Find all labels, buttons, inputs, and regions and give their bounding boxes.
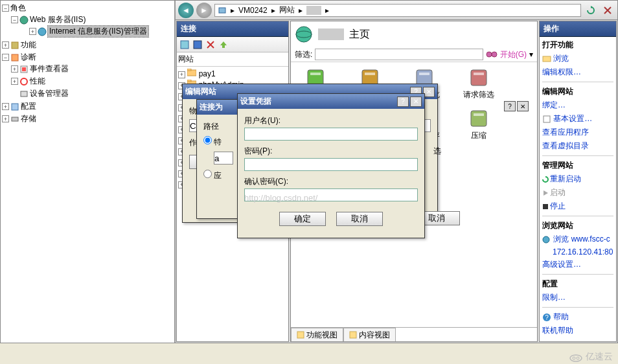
action-view-vdir[interactable]: 查看虚拟目录 [542, 141, 613, 152]
save-icon[interactable] [192, 40, 203, 50]
tree-configuration[interactable]: 配置 [21, 101, 36, 112]
close-cred-button[interactable]: ✕ [410, 97, 422, 107]
confirm-label: 确认密码(C): [244, 177, 288, 186]
tree-features[interactable]: 功能 [21, 40, 36, 51]
stop-icon [542, 203, 549, 210]
radio-specific-user[interactable] [203, 136, 212, 144]
bc-node1[interactable]: VM0242 [238, 6, 268, 15]
content-view-icon [349, 331, 357, 339]
tree-event-viewer[interactable]: 事件查看器 [30, 63, 69, 74]
action-start: 启动 [550, 188, 566, 197]
expander-storage[interactable]: + [2, 115, 9, 122]
help-icon: ? [542, 313, 551, 322]
refresh-button[interactable] [584, 3, 598, 17]
tree-iis-server[interactable]: Web 服务器(IIS) [30, 14, 86, 25]
svg-rect-46 [365, 73, 375, 75]
nav-back-button[interactable]: ◄ [178, 3, 194, 18]
help-cred-button[interactable]: ? [397, 97, 409, 107]
action-restart[interactable]: 重新启动 [550, 174, 581, 183]
browse-site-icon [542, 236, 551, 244]
svg-rect-59 [297, 332, 304, 338]
svg-rect-13 [181, 41, 189, 49]
tree-diagnostics[interactable]: 诊断 [21, 52, 36, 63]
expander-perf[interactable]: + [11, 78, 18, 85]
settings-doc-icon [542, 115, 551, 123]
feature-icon-label: 压缩 [471, 130, 486, 141]
svg-rect-61 [543, 56, 551, 62]
expander-site[interactable]: + [178, 71, 185, 78]
feature-icon-item[interactable]: 请求筛选 [459, 67, 498, 100]
svg-rect-48 [419, 73, 429, 75]
action-help[interactable]: 帮助 [553, 312, 569, 321]
action-basic-settings[interactable]: 基本设置… [553, 114, 592, 123]
username-input[interactable] [244, 128, 418, 141]
expander-iis[interactable]: − [11, 16, 18, 23]
bc-node2[interactable]: 网站 [279, 5, 295, 16]
username-label: 用户名(U): [244, 116, 280, 125]
action-bindings[interactable]: 绑定… [542, 100, 613, 111]
svg-rect-60 [350, 332, 356, 338]
globe-icon [19, 16, 29, 25]
feature-icon-item[interactable]: 压缩 [459, 108, 498, 141]
tree-device-manager[interactable]: 设备管理器 [30, 88, 69, 99]
expander-features[interactable]: + [2, 41, 9, 49]
action-browse[interactable]: 浏览 [553, 54, 569, 63]
radio-app-user[interactable] [203, 170, 212, 178]
website-group-label: 网站 [177, 52, 288, 67]
start-filter-button[interactable]: 开始(G) [500, 49, 527, 60]
ok-button[interactable]: 确定 [279, 212, 326, 226]
site-folder-item[interactable]: + pay1 [178, 68, 287, 79]
config-header: 配置 [542, 279, 613, 290]
expander-role[interactable]: − [2, 5, 9, 12]
password-input[interactable] [244, 158, 418, 171]
up-level-icon[interactable] [218, 40, 229, 50]
svg-rect-49 [471, 70, 486, 85]
explore-icon [542, 55, 551, 63]
actions-header: 操作 [540, 21, 616, 37]
expander-config[interactable]: + [2, 103, 9, 110]
expander-iis-mgr[interactable]: + [29, 28, 36, 35]
breadcrumb[interactable]: ▸ VM0242 ▸ 网站 ▸ ▸ [214, 4, 581, 17]
cloud-icon [569, 352, 583, 362]
filter-input[interactable] [315, 49, 483, 60]
storage-icon [10, 115, 19, 124]
action-open-feature[interactable]: 打开功能 [542, 40, 613, 51]
server-manager-tree[interactable]: − 角色 − Web 服务器(IIS) + Internet 信息服务(IIS)… [1, 1, 176, 343]
performance-icon [19, 77, 29, 86]
close-button-3[interactable]: ✕ [517, 101, 529, 111]
tree-performance[interactable]: 性能 [30, 76, 45, 87]
tree-iis-manager[interactable]: Internet 信息服务(IIS)管理器 [48, 26, 148, 37]
cancel-button[interactable]: 取消 [336, 212, 383, 226]
binoculars-icon[interactable] [486, 49, 498, 60]
action-advanced[interactable]: 高级设置… [542, 259, 613, 270]
help-button-3[interactable]: ? [504, 101, 516, 111]
svg-rect-8 [12, 104, 18, 110]
specific-user-input[interactable] [214, 152, 233, 165]
restart-icon [542, 176, 549, 183]
expander-event[interactable]: + [11, 65, 18, 73]
tree-role[interactable]: 角色 [10, 3, 26, 14]
stop-nav-button[interactable] [601, 3, 615, 17]
action-edit-perm[interactable]: 编辑权限… [542, 67, 613, 78]
play-icon [542, 190, 549, 196]
svg-rect-18 [187, 69, 191, 71]
action-view-apps[interactable]: 查看应用程序 [542, 127, 613, 138]
tree-storage[interactable]: 存储 [21, 113, 36, 124]
action-browse-url[interactable]: 浏览 www.fscc-c [553, 234, 610, 244]
connect-icon[interactable] [179, 40, 190, 50]
branding-text: 亿速云 [586, 351, 613, 363]
manage-site-header: 管理网站 [542, 160, 613, 171]
confirm-password-input[interactable] [244, 188, 418, 201]
action-browse-ip[interactable]: 172.16.120.41:80 [542, 247, 613, 256]
content-view-tab[interactable]: 内容视图 [343, 328, 396, 341]
nav-forward-button[interactable]: ► [196, 3, 212, 18]
action-limits[interactable]: 限制… [542, 292, 613, 303]
expander-diag[interactable]: − [2, 54, 9, 61]
feature-icon [468, 108, 489, 129]
configuration-icon [10, 102, 19, 111]
delete-conn-icon[interactable] [205, 40, 216, 50]
action-online-help[interactable]: 联机帮助 [542, 325, 613, 336]
feature-view-tab[interactable]: 功能视图 [291, 328, 343, 341]
action-stop[interactable]: 停止 [550, 201, 566, 210]
svg-rect-2 [12, 42, 18, 49]
